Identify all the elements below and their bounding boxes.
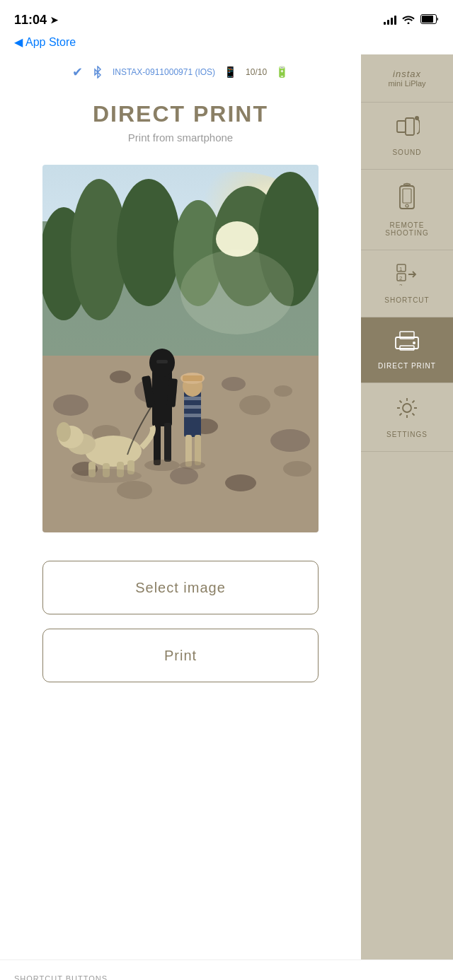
back-arrow: ◀ — [14, 35, 23, 49]
svg-point-54 — [180, 250, 294, 334]
back-nav[interactable]: ◀ App Store — [0, 35, 453, 54]
svg-rect-40 — [183, 375, 202, 381]
svg-point-26 — [274, 385, 292, 397]
sidebar-item-direct-print[interactable]: DIRECT PRINT — [361, 317, 453, 383]
battery-icon — [420, 14, 439, 26]
sidebar-item-shortcut[interactable]: 1 2 3 SHORTCUT — [361, 250, 453, 317]
svg-text:1: 1 — [399, 266, 403, 272]
svg-point-18 — [270, 429, 310, 452]
bluetooth-symbol — [91, 66, 104, 78]
svg-point-21 — [170, 467, 198, 484]
svg-point-7 — [117, 179, 180, 306]
brand-instax: instax — [368, 69, 446, 79]
svg-text:3: 3 — [399, 283, 403, 286]
sidebar: instax mini LiPlay SOUND — [361, 54, 453, 959]
location-icon: ➤ — [50, 15, 58, 25]
page-subtitle: Print from smartphone — [128, 132, 233, 144]
brand-mini: mini LiPlay — [368, 79, 446, 88]
page-title: DIRECT PRINT — [93, 101, 268, 127]
status-right — [384, 14, 439, 26]
svg-rect-59 — [403, 189, 411, 203]
svg-rect-55 — [397, 121, 406, 132]
bluetooth-icon: ✔ — [72, 64, 83, 80]
phone-icon: 📱 — [224, 66, 237, 78]
sidebar-item-settings[interactable]: SETTINGS — [361, 383, 453, 452]
photo-svg — [42, 165, 319, 532]
main-layout: ✔ INSTAX-0911000971 (IOS) 📱 10/10 🔋 DIRE… — [0, 54, 453, 959]
svg-point-22 — [225, 474, 256, 491]
print-button[interactable]: Print — [42, 629, 319, 682]
svg-rect-42 — [195, 435, 201, 465]
direct-print-label: DIRECT PRINT — [378, 362, 436, 370]
svg-rect-36 — [184, 405, 201, 409]
svg-rect-1 — [422, 16, 433, 23]
svg-point-60 — [406, 204, 408, 207]
signal-icon — [384, 15, 396, 25]
direct-print-icon — [394, 330, 420, 356]
svg-point-51 — [144, 460, 180, 471]
svg-point-46 — [57, 422, 71, 442]
sound-icon — [394, 115, 420, 143]
sound-label: SOUND — [392, 148, 421, 156]
svg-rect-69 — [400, 346, 414, 350]
wifi-icon — [402, 14, 415, 26]
time-display: 11:04 — [14, 13, 47, 28]
shortcut-label: SHORTCUT — [384, 296, 429, 304]
status-bar: 11:04 ➤ — [0, 0, 453, 35]
svg-text:2: 2 — [399, 275, 403, 281]
svg-point-25 — [222, 377, 246, 391]
shortcut-buttons-label: SHORTCUT BUTTONS — [14, 974, 439, 980]
content-area: ✔ INSTAX-0911000971 (IOS) 📱 10/10 🔋 DIRE… — [0, 54, 361, 959]
svg-rect-56 — [406, 118, 414, 135]
logo-area: instax mini LiPlay — [361, 54, 453, 103]
bt-bar: ✔ INSTAX-0911000971 (IOS) 📱 10/10 🔋 — [14, 54, 347, 87]
svg-rect-30 — [164, 423, 171, 462]
svg-rect-33 — [156, 360, 168, 363]
shortcut-icon: 1 2 3 — [396, 263, 418, 291]
back-label: App Store — [25, 36, 76, 49]
svg-point-57 — [415, 116, 419, 120]
svg-point-53 — [71, 469, 142, 483]
film-count: 10/10 — [246, 67, 267, 77]
svg-point-20 — [117, 481, 152, 499]
svg-point-52 — [180, 461, 205, 469]
select-image-button[interactable]: Select image — [42, 561, 319, 614]
shortcut-area: SHORTCUT BUTTONS 1 2 3 — [0, 959, 453, 980]
battery-level-icon: 🔋 — [275, 66, 289, 78]
device-name: INSTAX-0911000971 (IOS) — [113, 67, 215, 77]
remote-shooting-icon — [396, 182, 418, 216]
svg-rect-35 — [184, 397, 201, 400]
svg-point-71 — [403, 404, 411, 412]
svg-point-70 — [413, 342, 415, 344]
remote-shooting-label: REMOTE SHOOTING — [385, 221, 428, 237]
svg-point-17 — [239, 395, 270, 415]
svg-rect-58 — [400, 186, 414, 209]
svg-point-24 — [110, 371, 131, 383]
sidebar-item-sound[interactable]: SOUND — [361, 103, 453, 170]
settings-label: SETTINGS — [386, 431, 428, 438]
status-time: 11:04 ➤ — [14, 13, 58, 28]
sidebar-item-remote-shooting[interactable]: REMOTE SHOOTING — [361, 170, 453, 250]
svg-point-13 — [53, 395, 88, 416]
photo-preview — [42, 165, 319, 532]
svg-rect-37 — [184, 414, 201, 417]
settings-icon — [395, 396, 419, 425]
svg-point-23 — [283, 461, 311, 477]
